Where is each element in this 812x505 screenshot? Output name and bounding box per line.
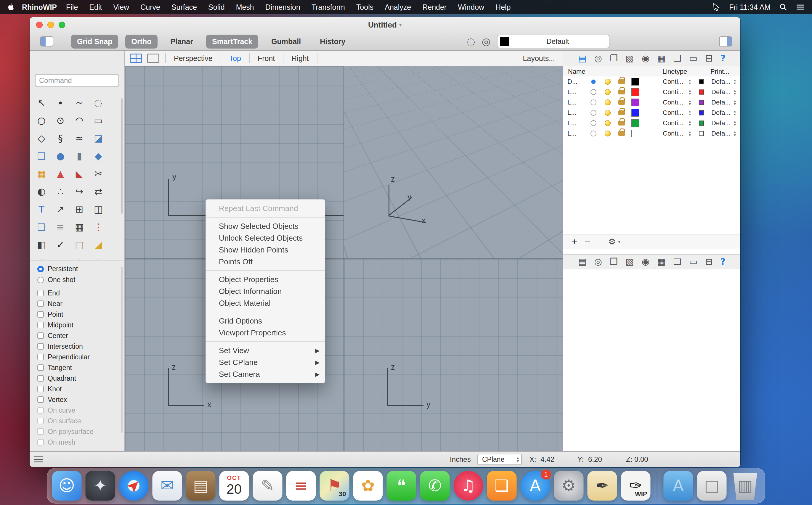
textedit[interactable]: ✎ [253, 471, 282, 501]
graphics-app[interactable]: ✒ [587, 471, 617, 501]
viewport-tab[interactable]: Top [221, 53, 249, 63]
column-name[interactable]: Name [568, 68, 585, 75]
layer-lock-icon[interactable] [618, 79, 625, 84]
named-views-tab-icon[interactable]: ◉ [642, 257, 649, 266]
mail[interactable]: ✉ [152, 471, 182, 501]
helix-tool[interactable]: § [58, 134, 63, 143]
print-stepper-icon[interactable] [734, 120, 736, 126]
checkbox-icon[interactable] [37, 301, 44, 307]
cylinder-tool[interactable]: ▮ [77, 151, 82, 161]
osnap-checkbox[interactable]: Perpendicular [30, 352, 124, 362]
checkbox-icon[interactable] [37, 364, 44, 371]
viewport-horizontal-splitter[interactable] [125, 259, 563, 259]
checkbox-icon[interactable] [37, 290, 44, 296]
osnap-mode-radio[interactable]: One shot [30, 275, 124, 285]
toolbar-toggle-button[interactable]: SmartTrack [206, 35, 258, 48]
cplane-selector[interactable]: CPlane [478, 454, 522, 465]
osnap-checkbox[interactable]: On curve [30, 405, 124, 415]
layer-linetype[interactable]: Conti... [663, 119, 683, 127]
osnap-checkbox[interactable]: On polysurface [30, 426, 124, 437]
context-menu-item[interactable]: Object Material [206, 297, 325, 309]
osnap-checkbox[interactable]: Tangent [30, 362, 124, 373]
notes-tab-icon[interactable]: ❐ [610, 54, 618, 63]
rhino-wip[interactable]: ✑ WIP [621, 471, 651, 501]
menubar-menu[interactable]: Dimension [265, 3, 300, 12]
checkbox-icon[interactable] [37, 386, 44, 392]
freeform-curve-tool[interactable]: ≈ [76, 134, 84, 143]
circle-tool[interactable]: ○ [37, 116, 45, 125]
print-stepper-icon[interactable] [734, 89, 736, 95]
layer-visibility-bulb-icon[interactable] [605, 79, 611, 85]
layer-color-swatch[interactable] [631, 78, 639, 86]
context-menu-item[interactable]: Unlock Selected Objects [206, 232, 325, 244]
orient-tool[interactable]: ⇄ [95, 187, 103, 196]
print-color-diamond-icon[interactable] [699, 79, 704, 84]
layer-visibility-bulb-icon[interactable] [605, 131, 611, 137]
safari[interactable]: ➤ [119, 471, 149, 501]
layer-color-swatch[interactable] [631, 130, 639, 137]
linetype-stepper-icon[interactable] [689, 89, 691, 95]
active-layer-dropdown[interactable]: Default [497, 35, 610, 48]
checkbox-icon[interactable] [37, 418, 44, 424]
context-menu-item[interactable]: Set View ▶ [206, 345, 325, 356]
osnap-checkbox[interactable]: Quadrant [30, 373, 124, 384]
minimize-button[interactable] [47, 22, 54, 28]
osnap-mode-radio[interactable]: Persistent [30, 264, 124, 275]
osnap-checkbox[interactable]: Knot [30, 384, 124, 394]
linear-array-tool[interactable]: ⋮ [94, 222, 103, 232]
layer-row[interactable]: L... Conti... Defa... [563, 108, 740, 118]
print-color-diamond-icon[interactable] [699, 90, 704, 95]
tool-palette-scrollbar[interactable] [121, 98, 123, 214]
layer-name[interactable]: D... [567, 78, 577, 86]
toolbar-toggle-button[interactable]: Gumball [265, 35, 307, 48]
linetype-stepper-icon[interactable] [689, 130, 691, 137]
applications-folder[interactable]: A [664, 471, 693, 501]
layers-tab-icon[interactable]: ▤ [578, 257, 586, 266]
column-print[interactable]: Print... [710, 68, 729, 75]
rectangle-tool[interactable]: ▭ [94, 116, 103, 125]
boolean-tool[interactable]: ◐ [37, 187, 45, 196]
menubar-menu[interactable]: File [66, 3, 78, 12]
layer-print-width[interactable]: Defa... [711, 130, 730, 137]
osnap-checkbox[interactable]: Intersection [30, 341, 124, 352]
layer-visibility-bulb-icon[interactable] [605, 110, 611, 116]
menubar-menu[interactable]: Window [458, 3, 484, 12]
status-menu-icon[interactable] [34, 457, 43, 462]
ibooks[interactable]: ❏ [487, 471, 517, 501]
single-viewport-icon[interactable] [147, 53, 159, 63]
print-color-diamond-icon[interactable] [699, 110, 704, 115]
osnap-checkbox[interactable]: End [30, 288, 124, 298]
ellipse-tool[interactable]: ⊙ [56, 116, 64, 125]
control-point-curve-tool[interactable]: ~ [76, 98, 84, 108]
menubar-clock[interactable]: Fri 11:34 AM [729, 3, 771, 12]
itunes[interactable]: ♫ [454, 471, 483, 501]
layer-lock-icon[interactable] [618, 100, 625, 105]
plugins-puzzle-tool[interactable]: ▦ [37, 169, 46, 178]
menubar-menu[interactable]: Tools [356, 3, 374, 12]
materials-tab-icon[interactable]: ◎ [594, 257, 602, 266]
app-menu-rhinowip[interactable]: RhinoWIP [22, 3, 57, 12]
print-stepper-icon[interactable] [734, 99, 736, 106]
zoom-button[interactable] [58, 22, 65, 28]
select-arrow-tool[interactable]: ↖ [38, 98, 45, 108]
toolbar-toggle-button[interactable]: Ortho [125, 35, 157, 48]
print-color-diamond-icon[interactable] [699, 100, 704, 105]
layouts-button[interactable]: Layouts... [523, 54, 555, 63]
layer-print-width[interactable]: Defa... [711, 119, 730, 127]
menubar-menu[interactable]: Help [496, 3, 511, 12]
snap-disc-icon[interactable]: ◌ [466, 36, 475, 46]
layer-visibility-bulb-icon[interactable] [605, 120, 611, 126]
layer-print-width[interactable]: Defa... [711, 88, 730, 96]
layer-lock-icon[interactable] [618, 111, 625, 115]
launchpad[interactable]: ✦ [86, 471, 115, 501]
frame-tab-icon[interactable]: ▭ [689, 257, 697, 266]
current-layer-radio[interactable] [590, 79, 596, 85]
spotlight-search-icon[interactable] [780, 3, 787, 11]
finder[interactable]: ☺ [52, 471, 82, 501]
checkbox-icon[interactable] [37, 396, 44, 403]
radio-icon[interactable] [37, 266, 44, 272]
utility-app[interactable]: □ [697, 471, 727, 501]
toolbar-toggle-button[interactable]: History [314, 35, 351, 48]
facetime[interactable]: ✆ [420, 471, 450, 501]
osnap-checkbox[interactable]: Point [30, 309, 124, 320]
